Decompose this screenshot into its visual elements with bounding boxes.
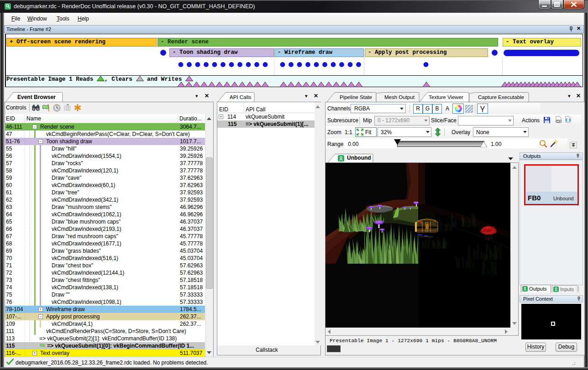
svg-text:Texture Viewer: Texture Viewer: [429, 94, 463, 100]
svg-text:Mesh Output: Mesh Output: [384, 94, 415, 100]
svg-text:API Calls: API Calls: [230, 94, 252, 100]
svg-text:Pipeline State: Pipeline State: [340, 94, 372, 100]
svg-text:Capture Executable: Capture Executable: [478, 94, 524, 100]
svg-text:Event Browser: Event Browser: [17, 94, 56, 100]
